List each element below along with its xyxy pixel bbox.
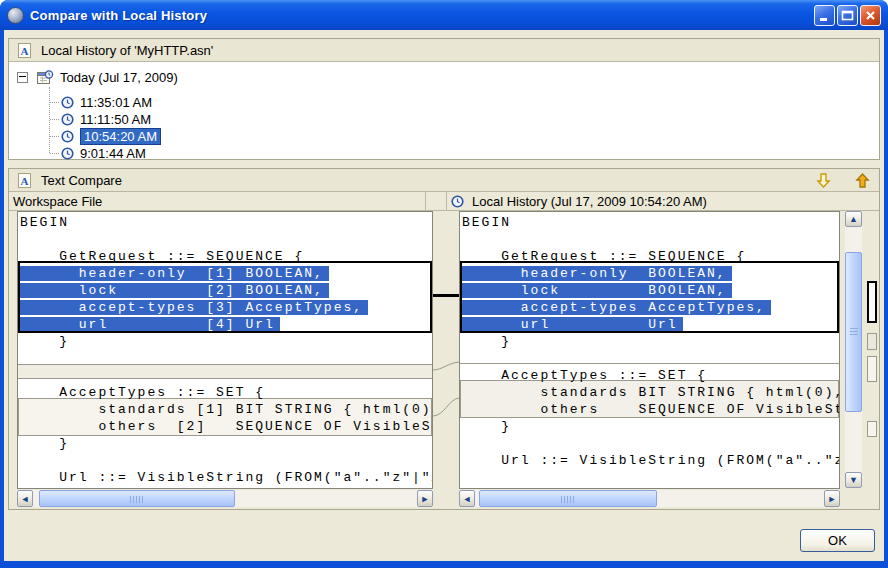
text-compare-title: Text Compare <box>41 173 122 188</box>
left-code-pane[interactable]: BEGIN GetRequest ::= SEQUENCE { header-o… <box>17 211 433 489</box>
code-line: } <box>460 333 839 350</box>
scroll-right-button[interactable]: ► <box>417 490 433 507</box>
code-line: standards BIT STRING { html(0), plain-t <box>460 384 839 401</box>
revision-time: 9:01:44 AM <box>80 146 146 161</box>
code-line: } <box>460 418 839 435</box>
code-line-highlighted: header-only BOOLEAN, <box>460 265 839 282</box>
code-line-highlighted: url Url <box>460 316 839 333</box>
next-difference-button[interactable] <box>815 172 832 189</box>
code-line: GetRequest ::= SEQUENCE { <box>460 248 839 265</box>
code-line-highlighted: url [4] Url <box>18 316 432 333</box>
right-code: BEGIN GetRequest ::= SEQUENCE { header-o… <box>460 214 839 489</box>
diff-connector <box>433 398 459 416</box>
ok-button[interactable]: OK <box>800 529 875 552</box>
left-code: BEGIN GetRequest ::= SEQUENCE { header-o… <box>18 214 432 486</box>
diff-overview-ruler[interactable] <box>865 211 880 506</box>
right-horizontal-scrollbar[interactable]: ◄ ► <box>459 490 840 507</box>
scroll-left-button[interactable]: ◄ <box>17 490 33 507</box>
text-compare-header: A Text Compare <box>9 169 879 192</box>
overview-marker[interactable] <box>867 421 877 437</box>
scrollbar-thumb[interactable] <box>39 490 235 507</box>
code-line-highlighted: accept-types [3] AcceptTypes, <box>18 299 432 316</box>
code-line: BEGIN <box>460 214 839 231</box>
window-title: Compare with Local History <box>30 8 814 23</box>
clock-icon <box>61 147 74 160</box>
scroll-left-button[interactable]: ◄ <box>459 490 475 507</box>
close-button[interactable] <box>860 5 881 26</box>
code-line: others [2] SEQUENCE OF VisibleString (SI <box>18 418 432 435</box>
maximize-button[interactable] <box>837 5 858 26</box>
scrollbar-thumb[interactable] <box>479 490 657 507</box>
overview-marker-current[interactable] <box>867 281 877 323</box>
revision-item[interactable]: 11:35:01 AM <box>61 94 152 111</box>
close-icon <box>864 9 877 22</box>
code-line: Url ::= VisibleString (FROM("a".."z"|"A"… <box>18 469 432 486</box>
code-line <box>18 231 432 248</box>
svg-text:A: A <box>21 44 29 56</box>
code-line <box>18 367 432 384</box>
local-history-header: A Local History of 'MyHTTP.asn' <box>9 39 879 62</box>
overview-marker[interactable] <box>867 333 877 350</box>
clock-icon <box>61 96 74 109</box>
svg-text:A: A <box>21 174 29 186</box>
calendar-clock-icon <box>37 70 54 85</box>
scroll-right-button[interactable]: ► <box>824 490 840 507</box>
left-horizontal-scrollbar[interactable]: ◄ ► <box>17 490 433 507</box>
file-a-icon: A <box>17 173 32 188</box>
minimize-icon <box>818 9 831 22</box>
clock-icon <box>451 195 464 208</box>
revision-item[interactable]: 11:11:50 AM <box>61 111 151 128</box>
scrollbar-thumb[interactable] <box>845 252 862 412</box>
minimize-button[interactable] <box>814 5 835 26</box>
maximize-icon <box>841 9 854 22</box>
scroll-up-button[interactable]: ▲ <box>845 211 862 227</box>
text-compare-panel: A Text Compare Workspace File <box>8 168 880 510</box>
current-diff-connector <box>433 294 459 297</box>
compare-body: BEGIN GetRequest ::= SEQUENCE { header-o… <box>9 211 879 509</box>
history-tree[interactable]: Today (Jul 17, 2009) 11:35:01 AM 11:11:5… <box>9 62 879 159</box>
code-line: standards [1] BIT STRING { html(0), plai… <box>18 401 432 418</box>
revision-time: 11:35:01 AM <box>80 95 152 110</box>
code-line <box>460 350 839 367</box>
code-line-highlighted: accept-types AcceptTypes, <box>460 299 839 316</box>
code-line-clipped: GetResponse ::= SEQUENCE { <box>460 486 839 489</box>
overview-marker[interactable] <box>867 356 877 382</box>
code-line: AcceptTypes ::= SET { <box>18 384 432 401</box>
left-pane-title: Workspace File <box>13 194 102 209</box>
clock-icon <box>61 130 74 143</box>
code-line <box>460 469 839 486</box>
title-bar[interactable]: Compare with Local History <box>0 0 888 30</box>
previous-difference-button[interactable] <box>854 172 871 189</box>
diff-connector <box>433 362 459 370</box>
code-line <box>460 231 839 248</box>
vertical-scrollbar[interactable]: ▲ ▼ <box>845 211 862 488</box>
revision-time: 11:11:50 AM <box>80 112 151 127</box>
code-line: } <box>18 333 432 350</box>
arrow-down-icon <box>815 172 832 189</box>
window-icon <box>7 7 24 24</box>
local-history-panel: A Local History of 'MyHTTP.asn' <box>8 38 880 160</box>
code-line: GetRequest ::= SEQUENCE { <box>18 248 432 265</box>
right-pane-header: Local History (Jul 17, 2009 10:54:20 AM) <box>447 192 879 211</box>
collapse-expander-icon[interactable] <box>17 72 28 83</box>
left-pane-header: Workspace File <box>9 192 426 211</box>
code-line <box>18 452 432 469</box>
compare-dialog-window: Compare with Local History A Local Histo… <box>0 0 888 568</box>
tree-node-label: Today (Jul 17, 2009) <box>60 70 178 85</box>
code-line-highlighted: header-only [1] BOOLEAN, <box>18 265 432 282</box>
file-a-icon: A <box>17 43 32 58</box>
code-line: others SEQUENCE OF VisibleString (SI <box>460 401 839 418</box>
code-line-highlighted: lock [2] BOOLEAN, <box>18 282 432 299</box>
revision-item-selected[interactable]: 10:54:20 AM <box>61 128 161 145</box>
arrow-up-icon <box>854 172 871 189</box>
local-history-title: Local History of 'MyHTTP.asn' <box>41 43 213 58</box>
revision-item[interactable]: 9:01:44 AM <box>61 145 146 162</box>
diff-connectors <box>433 211 459 489</box>
right-code-pane[interactable]: BEGIN GetRequest ::= SEQUENCE { header-o… <box>459 211 840 489</box>
clock-icon <box>61 113 74 126</box>
right-pane-title: Local History (Jul 17, 2009 10:54:20 AM) <box>472 194 707 209</box>
dialog-client-area: A Local History of 'MyHTTP.asn' <box>4 30 884 561</box>
tree-node-today[interactable]: Today (Jul 17, 2009) <box>17 69 178 86</box>
code-line: BEGIN <box>18 214 432 231</box>
scroll-down-button[interactable]: ▼ <box>845 472 862 488</box>
